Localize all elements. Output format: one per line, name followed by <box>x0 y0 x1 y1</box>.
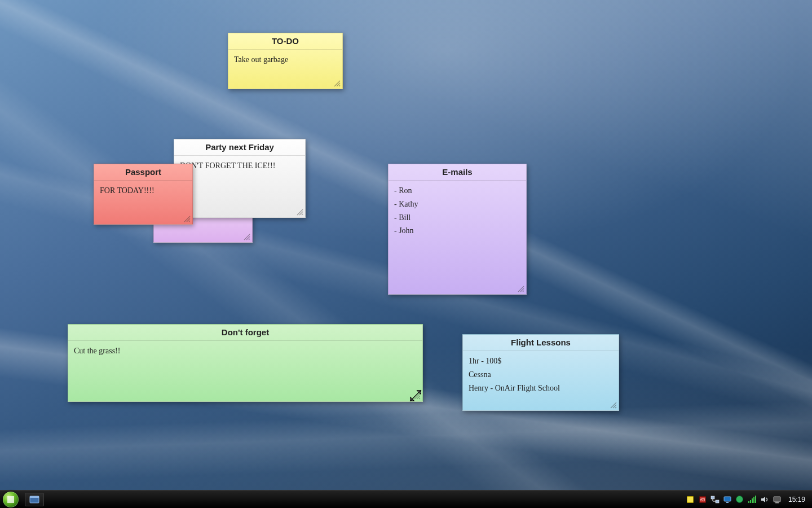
note-body[interactable]: DON'T FORGET THE ICE!!! <box>174 156 305 217</box>
note-title: Party next Friday <box>174 139 305 156</box>
svg-rect-3 <box>716 500 719 503</box>
note-title: E-mails <box>389 164 526 181</box>
tray-ati-icon[interactable]: ATI <box>698 495 707 504</box>
resize-grip-icon[interactable] <box>243 233 251 241</box>
resize-grip-icon[interactable] <box>610 401 617 409</box>
note-passport[interactable]: Passport FOR TODAY!!!! <box>94 164 193 225</box>
note-body[interactable]: - Ron - Kathy - Bill - John <box>389 181 526 294</box>
note-todo[interactable]: TO-DO Take out garbage <box>228 33 343 89</box>
note-flight-lessons[interactable]: Flight Lessons 1hr - 100$ Cessna Henry -… <box>462 334 619 411</box>
note-emails[interactable]: E-mails - Ron - Kathy - Bill - John <box>388 164 527 295</box>
taskbar: ATI 15:19 <box>0 490 812 508</box>
svg-rect-7 <box>750 500 751 503</box>
svg-rect-5 <box>726 502 729 503</box>
svg-rect-6 <box>748 501 749 503</box>
tray-volume-icon[interactable] <box>760 495 769 504</box>
svg-rect-9 <box>753 497 754 503</box>
tray-sync-icon[interactable] <box>735 495 744 504</box>
svg-rect-2 <box>711 496 714 499</box>
note-body[interactable]: Take out garbage <box>228 50 342 89</box>
svg-rect-12 <box>775 502 779 503</box>
taskbar-clock[interactable]: 15:19 <box>785 496 809 503</box>
tray-note-icon[interactable] <box>686 495 695 504</box>
resize-grip-icon[interactable] <box>183 215 191 223</box>
note-title: Don't forget <box>68 325 422 341</box>
taskbar-items <box>25 493 44 506</box>
desktop-wallpaper[interactable]: TO-DO Take out garbage Party next Friday… <box>0 0 812 508</box>
resize-grip-icon[interactable] <box>333 80 341 87</box>
note-party[interactable]: Party next Friday DON'T FORGET THE ICE!!… <box>174 139 306 218</box>
windows-orb-icon <box>3 492 19 507</box>
svg-rect-11 <box>774 497 780 502</box>
note-body[interactable]: 1hr - 100$ Cessna Henry - OnAir Flight S… <box>463 351 619 410</box>
tray-monitor-icon[interactable] <box>723 495 732 504</box>
system-tray: ATI 15:19 <box>686 491 812 508</box>
tray-signal-icon[interactable] <box>748 495 757 504</box>
svg-rect-10 <box>755 496 756 503</box>
svg-rect-8 <box>752 498 753 503</box>
svg-rect-4 <box>724 497 731 501</box>
note-title: TO-DO <box>228 33 342 50</box>
svg-rect-1 <box>30 496 39 498</box>
note-body[interactable]: FOR TODAY!!!! <box>94 181 192 224</box>
tray-network-icon[interactable] <box>710 495 720 504</box>
resize-grip-icon[interactable] <box>517 285 525 293</box>
tray-show-desktop-icon[interactable] <box>773 495 782 504</box>
note-body[interactable]: Cut the grass!! <box>68 341 422 401</box>
taskbar-item-show-desktop[interactable] <box>25 493 44 506</box>
note-dont-forget[interactable]: Don't forget Cut the grass!! <box>68 324 423 402</box>
start-button[interactable] <box>0 491 21 509</box>
note-title: Flight Lessons <box>463 335 619 351</box>
note-title: Passport <box>94 164 192 181</box>
resize-grip-icon[interactable] <box>413 392 421 400</box>
resize-grip-icon[interactable] <box>296 208 304 216</box>
